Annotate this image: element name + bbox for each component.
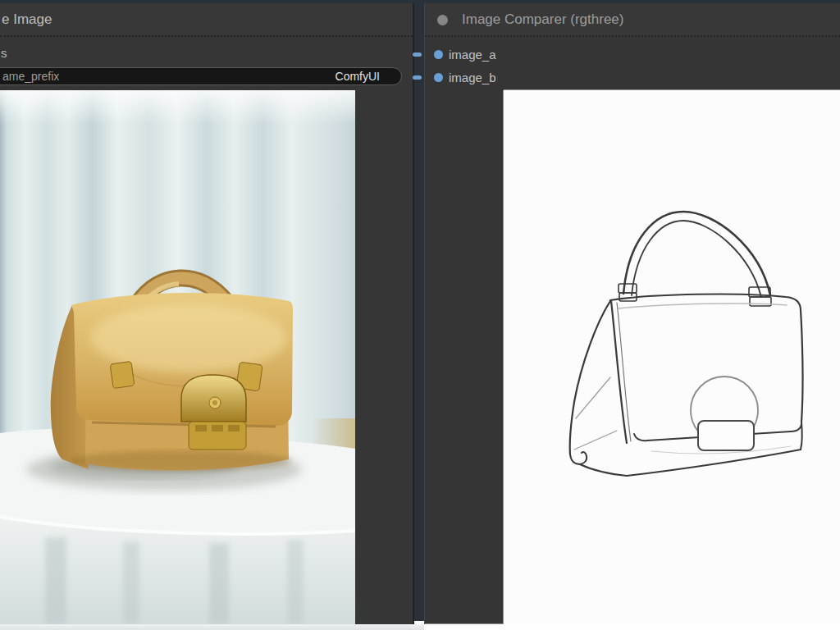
images-input-label: s: [1, 46, 7, 60]
input-label: image_a: [449, 48, 496, 62]
input-dot-icon[interactable]: [434, 50, 443, 59]
link-image-b: [413, 75, 422, 80]
filename-prefix-widget[interactable]: ame_prefix ComfyUI: [0, 67, 402, 85]
bottom-strip: [424, 624, 840, 630]
input-slot-image-a[interactable]: image_a: [425, 45, 496, 63]
bottom-strip: [0, 624, 424, 630]
filename-prefix-widget-label: ame_prefix: [0, 70, 59, 83]
save-image-node-title: e Image: [2, 11, 52, 28]
rgthree-status-dot-icon[interactable]: [437, 15, 448, 25]
image-comparer-node[interactable]: Image Comparer (rgthree) image_a image_b: [424, 3, 840, 624]
comfyui-graph-screenshot: e Image s ame_prefix ComfyUI: [0, 0, 840, 630]
saved-image-preview: [0, 90, 355, 624]
image-comparer-titlebar[interactable]: Image Comparer (rgthree): [425, 3, 840, 37]
input-label: image_b: [449, 71, 496, 84]
handbag-lineart: [504, 90, 840, 629]
save-image-node[interactable]: e Image s ame_prefix ComfyUI: [0, 3, 414, 624]
comparer-image-area[interactable]: [504, 89, 840, 629]
comparer-left-margin: [425, 90, 504, 624]
filename-prefix-widget-value: ComfyUI: [336, 70, 401, 83]
input-slot-image-b[interactable]: image_b: [425, 68, 496, 86]
save-image-node-titlebar[interactable]: e Image: [0, 3, 413, 37]
image-comparer-title: Image Comparer (rgthree): [462, 11, 623, 28]
link-image-a: [413, 52, 422, 57]
input-dot-icon[interactable]: [434, 73, 443, 82]
handbag-photo: [0, 90, 355, 624]
